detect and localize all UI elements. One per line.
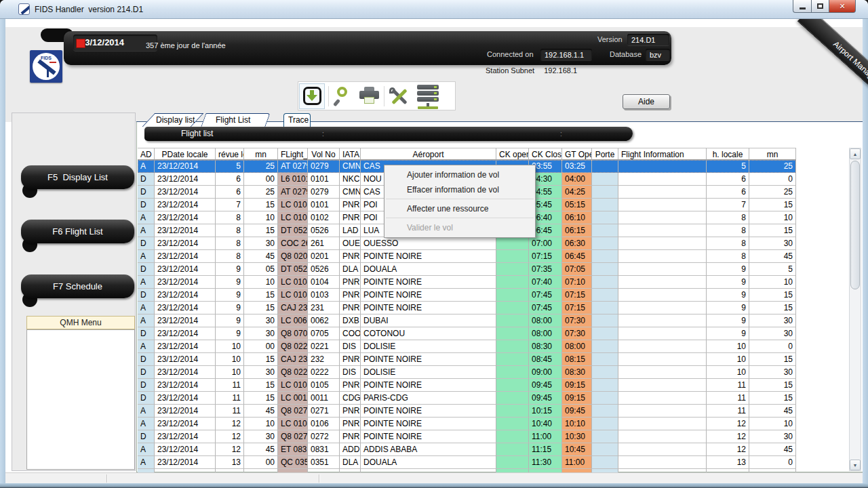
table-row[interactable]: D23/12/20141015CAJ 232232PNRPOINTE NOIRE… <box>138 353 796 366</box>
scrollbar-thumb[interactable] <box>850 161 860 289</box>
table-cell: 10:15 <box>529 405 562 418</box>
table-row[interactable]: A23/12/20141210LC 01060106PNRPOINTE NOIR… <box>138 418 796 430</box>
table-row[interactable]: D23/12/20141030Q8 02220222DISDOLISIE09:0… <box>138 366 796 379</box>
table-cell: A <box>138 340 155 353</box>
f5-display-list-button[interactable]: F5 Display List <box>21 165 134 189</box>
table-row[interactable]: A23/12/20141245ET 08310831ADDADDIS ABABA… <box>138 443 796 456</box>
maximize-button[interactable] <box>811 0 829 13</box>
table-cell: 05:15 <box>562 199 592 211</box>
table-row[interactable]: D23/12/2014905DT 05260526DLADOUALA07:350… <box>138 263 796 276</box>
table-row[interactable]: D23/12/2014830COC 261261OUEOUESSO07:0006… <box>138 237 796 250</box>
table-row[interactable]: A23/12/20141000Q8 02210221DISDOLISIE08:3… <box>138 340 796 353</box>
tab-trace-label[interactable]: Trace <box>288 115 309 125</box>
table-cell: 11 <box>707 379 749 392</box>
title-bar[interactable]: FIDS Handler version 214.D1 <box>0 0 868 19</box>
column-header[interactable]: AD <box>138 148 155 160</box>
column-header[interactable]: FLight_1 <box>278 148 308 160</box>
table-cell: 10 <box>216 340 244 353</box>
column-header[interactable]: PDate locale <box>155 148 216 160</box>
table-cell: 11 <box>707 392 749 405</box>
table-cell: 23/12/2014 <box>155 430 216 443</box>
column-header[interactable]: GT Open <box>562 148 592 160</box>
table-row[interactable]: A23/12/20141145Q8 02710271PNRPOINTE NOIR… <box>138 405 796 418</box>
table-cell: 231 <box>308 302 340 314</box>
column-header[interactable]: Flight Information <box>618 148 707 160</box>
vertical-scrollbar[interactable]: ▲ ▼ <box>849 148 861 471</box>
table-cell: AT 0279 <box>278 160 308 173</box>
table-cell: 15 <box>244 199 278 211</box>
column-header[interactable]: Aéroport <box>361 148 496 160</box>
menu-item-clear-flight-info[interactable]: Effacer information de vol <box>384 182 535 197</box>
table-cell: 0101 <box>308 199 340 211</box>
table-cell: 23/12/2014 <box>155 173 216 186</box>
table-cell: NKC <box>340 173 361 186</box>
scroll-up-button[interactable]: ▲ <box>850 148 861 159</box>
table-cell: 261 <box>308 237 340 250</box>
table-cell: 0103 <box>308 289 340 302</box>
table-cell <box>618 418 707 430</box>
column-header[interactable]: h. locale <box>707 148 749 160</box>
table-row[interactable]: D23/12/20141115LC 01050105PNRPOINTE NOIR… <box>138 379 796 392</box>
table-cell: 0011 <box>308 392 340 405</box>
table-row[interactable]: A23/12/2014845Q8 02010201PNRPOINTE NOIRE… <box>138 250 796 263</box>
table-cell: 8 <box>707 237 749 250</box>
table-row[interactable]: D23/12/20141115LC 00110011CDGPARIS-CDG09… <box>138 392 796 405</box>
tab-display-list-label[interactable]: Display list <box>156 115 195 125</box>
column-header[interactable]: Vol No <box>308 148 340 160</box>
help-button[interactable]: Aide <box>623 94 670 109</box>
bar-dots: : <box>322 127 324 141</box>
table-cell: 08:30 <box>529 340 562 353</box>
table-row[interactable]: A23/12/2014915CAJ 231231PNRPOINTE NOIRE0… <box>138 302 796 314</box>
column-header[interactable]: IATA <box>340 148 361 160</box>
search-icon[interactable] <box>334 86 353 106</box>
f7-schedule-button[interactable]: F7 Schedule <box>21 274 134 298</box>
table-cell: 0101 <box>308 173 340 186</box>
table-cell: 07:30 <box>562 314 592 327</box>
menu-item-add-flight-info[interactable]: Ajouter information de vol <box>384 167 535 182</box>
table-row[interactable]: D23/12/2014915LC 01030103PNRPOINTE NOIRE… <box>138 289 796 302</box>
table-cell <box>618 379 707 392</box>
table-cell: 23/12/2014 <box>155 160 216 173</box>
scroll-down-button[interactable]: ▼ <box>850 460 861 470</box>
table-cell: 23/12/2014 <box>155 418 216 430</box>
table-cell: 12 <box>216 418 244 430</box>
table-cell: A <box>138 276 155 289</box>
close-button[interactable]: ✕ <box>829 0 856 13</box>
import-icon[interactable] <box>303 87 321 105</box>
column-header[interactable]: Porte <box>592 148 618 160</box>
column-header[interactable]: mn <box>244 148 278 160</box>
table-cell: POINTE NOIRE <box>361 379 496 392</box>
table-row[interactable]: D23/12/2014930Q8 07050705COOCOTONOU08:00… <box>138 327 796 340</box>
table-row[interactable]: A23/12/2014910LC 01040104PNRPOINTE NOIRE… <box>138 276 796 289</box>
table-cell: ADDIS ABABA <box>361 443 496 456</box>
minimize-button[interactable] <box>793 0 811 13</box>
server-icon[interactable] <box>416 85 440 109</box>
table-row[interactable]: A23/12/2014930LC 00620062DXBDUBAI08:0007… <box>138 314 796 327</box>
table-cell: DOUALA <box>361 456 496 469</box>
column-header[interactable]: CK Close <box>529 148 562 160</box>
f6-flight-list-button[interactable]: F6 Flight List <box>21 220 134 243</box>
menu-item-validate-flight[interactable]: Valider le vol <box>384 220 535 235</box>
table-cell <box>496 289 529 302</box>
table-cell: 12 <box>216 443 244 456</box>
column-header[interactable]: CK open <box>496 148 529 160</box>
table-cell: LC 0103 <box>278 289 308 302</box>
table-row[interactable]: A23/12/20141300QC 03510351DLADOUALA11:30… <box>138 456 796 469</box>
table-cell: LC 0011 <box>278 392 308 405</box>
table-cell: 9 <box>216 276 244 289</box>
close-icon: ✕ <box>839 2 845 11</box>
table-row[interactable]: D23/12/20141230Q8 02720272PNRPOINTE NOIR… <box>138 430 796 443</box>
column-header[interactable]: mn <box>749 148 796 160</box>
tools-icon[interactable] <box>389 86 410 107</box>
qmh-menu-listbox[interactable] <box>26 329 135 470</box>
table-cell <box>592 250 618 263</box>
column-header[interactable]: révue loc <box>216 148 244 160</box>
table-cell: 9 <box>707 289 749 302</box>
print-icon[interactable] <box>359 87 380 106</box>
table-cell: 15 <box>749 289 796 302</box>
table-cell: 0105 <box>308 379 340 392</box>
table-cell <box>618 302 707 314</box>
table-cell <box>592 443 618 456</box>
tab-flight-list-label[interactable]: Flight List <box>216 115 250 125</box>
menu-item-assign-resource[interactable]: Affecter une ressource <box>384 201 535 216</box>
